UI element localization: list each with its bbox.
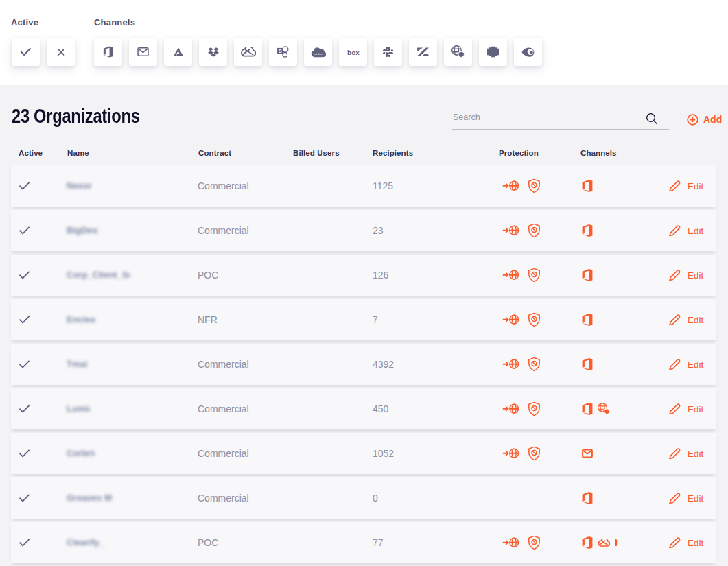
svg-text:box: box bbox=[347, 48, 359, 56]
svg-text:salesforce: salesforce bbox=[314, 52, 323, 55]
svg-text:S: S bbox=[279, 49, 282, 54]
